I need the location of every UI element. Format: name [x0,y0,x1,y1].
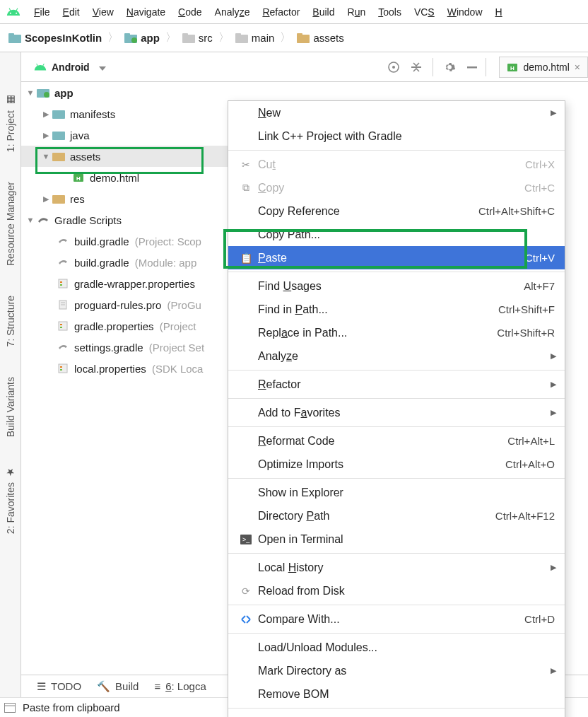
ctx-optimize-imports[interactable]: Optimize ImportsCtrl+Alt+O [228,453,565,476]
gear-icon[interactable] [443,61,456,74]
list-icon: ☰ [37,680,46,693]
ctx-mark-directory-as[interactable]: Mark Directory as [228,659,565,682]
minimize-icon[interactable] [466,61,478,74]
svg-rect-35 [60,366,62,368]
project-view-title: Android [52,62,90,73]
ctx-find-in-path[interactable]: Find in Path...Ctrl+Shift+F [228,298,565,321]
gutter-structure[interactable]: 7: Structure [5,296,16,346]
ctx-analyze[interactable]: Analyze [228,344,565,368]
tree-node-gradle-scripts[interactable]: Gradle Scripts [21,209,233,231]
ctx-reload-from-disk[interactable]: ⟳Reload from Disk [228,579,565,602]
tree-hint: (Project Set [149,342,204,354]
editor-tab-demo[interactable]: H demo.html × [499,57,588,78]
gradle-file-icon [57,341,69,354]
gutter-resource-manager[interactable]: Resource Manager [5,182,16,266]
ctx-paste[interactable]: 📋PasteCtrl+V [228,246,565,269]
tree-node-gradle-properties[interactable]: gradle.properties (Project [21,315,233,337]
window-icon[interactable] [4,703,16,713]
ctx-copy-reference[interactable]: Copy ReferenceCtrl+Alt+Shift+C [228,199,565,223]
collapse-icon[interactable] [410,61,423,74]
tree-node-build-gradle-project[interactable]: build.gradle (Project: Scop [21,231,233,252]
close-icon[interactable]: × [575,62,580,73]
reload-icon: ⟳ [238,585,254,597]
project-view-selector[interactable]: Android [34,61,106,74]
breadcrumb-main[interactable]: main [235,32,275,44]
bottom-todo[interactable]: ☰TODO [37,680,81,693]
ctx-convert-to-kotlin[interactable]: Convert Java File to Kotlin FileCtrl+Alt… [228,711,565,717]
target-icon[interactable] [387,61,400,74]
breadcrumb-root[interactable]: ScopesInKotlin [8,32,102,44]
chevron-down-icon [95,62,106,73]
tree-node-build-gradle-module[interactable]: build.gradle (Module: app [21,252,233,273]
tree-hint: (ProGu [167,299,201,311]
ctx-compare-with[interactable]: Compare With...Ctrl+D [228,607,565,631]
bottom-build[interactable]: 🔨Build [97,680,139,693]
tree-node-settings-gradle[interactable]: settings.gradle (Project Set [21,337,233,358]
menu-tools[interactable]: Tools [372,4,407,21]
svg-point-4 [131,37,137,43]
ctx-add-to-favorites[interactable]: Add to Favorites [228,401,565,424]
submenu-arrow-icon [551,380,556,389]
svg-text:H: H [511,65,515,71]
ctx-replace-in-path[interactable]: Replace in Path...Ctrl+Shift+R [228,321,565,344]
breadcrumb-label: assets [313,32,343,44]
menu-vcs[interactable]: VCS [408,4,440,21]
gutter-project[interactable]: 1: Project▦ [5,95,16,152]
ctx-directory-path[interactable]: Directory PathCtrl+Alt+F12 [228,504,565,527]
ctx-remove-bom[interactable]: Remove BOM [228,682,565,706]
tree-label: gradle.properties [74,320,154,332]
menu-build[interactable]: Build [307,4,340,21]
menu-analyze[interactable]: Analyze [209,4,256,21]
tree-node-app[interactable]: app [21,82,233,103]
svg-rect-24 [52,195,65,204]
separator [228,605,565,605]
ctx-new[interactable]: New [228,101,565,124]
menubar: File Edit View Navigate Code Analyze Ref… [0,0,588,24]
ctx-link-cpp[interactable]: Link C++ Project with Gradle [228,124,565,148]
menu-edit[interactable]: Edit [57,4,86,21]
menu-refactor[interactable]: Refactor [257,4,305,21]
svg-rect-33 [60,327,62,328]
chevron-right-icon: 〉 [218,30,230,45]
svg-text:>_: >_ [242,536,250,543]
separator [228,633,565,634]
ctx-copy-path[interactable]: Copy Path... [228,223,565,246]
gutter-favorites[interactable]: 2: Favorites★ [5,467,16,534]
tree-node-gradle-wrapper-properties[interactable]: gradle-wrapper.properties [21,273,233,294]
tree-node-res[interactable]: res [21,188,233,209]
tree-node-local-properties[interactable]: local.properties (SDK Loca [21,358,233,379]
ctx-reformat-code[interactable]: Reformat CodeCtrl+Alt+L [228,429,565,453]
ctx-refactor[interactable]: Refactor [228,373,565,396]
svg-rect-6 [182,33,188,37]
svg-rect-3 [124,33,130,37]
menu-view[interactable]: View [87,4,119,21]
chevron-right-icon: 〉 [165,30,177,45]
tree-node-manifests[interactable]: manifests [21,103,233,124]
breadcrumb-app[interactable]: app [124,32,160,44]
tree-node-demo-html[interactable]: H demo.html [21,167,233,188]
menu-code[interactable]: Code [172,4,207,21]
scissors-icon: ✂ [238,159,254,170]
bottom-logcat[interactable]: ≡6: Logca [154,680,206,692]
tree-node-assets[interactable]: assets [21,146,233,167]
breadcrumb-src[interactable]: src [182,32,213,44]
menu-window[interactable]: Window [442,4,488,21]
ctx-local-history[interactable]: Local History [228,556,565,579]
ctx-cut[interactable]: ✂CutCtrl+X [228,153,565,176]
menu-navigate[interactable]: Navigate [121,4,171,21]
ctx-copy[interactable]: ⧉CopyCtrl+C [228,176,565,199]
properties-file-icon [57,362,69,375]
menu-help[interactable]: H [490,4,508,21]
ctx-find-usages[interactable]: Find UsagesAlt+F7 [228,274,565,298]
breadcrumb-assets[interactable]: assets [297,32,343,44]
tree-node-java[interactable]: java [21,124,233,146]
chevron-right-icon: 〉 [107,30,119,45]
gutter-build-variants[interactable]: Build Variants [5,377,16,437]
ctx-load-unload-modules[interactable]: Load/Unload Modules... [228,636,565,659]
ctx-open-in-terminal[interactable]: >_Open in Terminal [228,527,565,551]
menu-file[interactable]: File [28,4,56,21]
tree-node-proguard-rules[interactable]: proguard-rules.pro (ProGu [21,294,233,315]
menu-run[interactable]: Run [342,4,372,21]
ctx-show-in-explorer[interactable]: Show in Explorer [228,481,565,504]
svg-rect-10 [297,33,302,37]
